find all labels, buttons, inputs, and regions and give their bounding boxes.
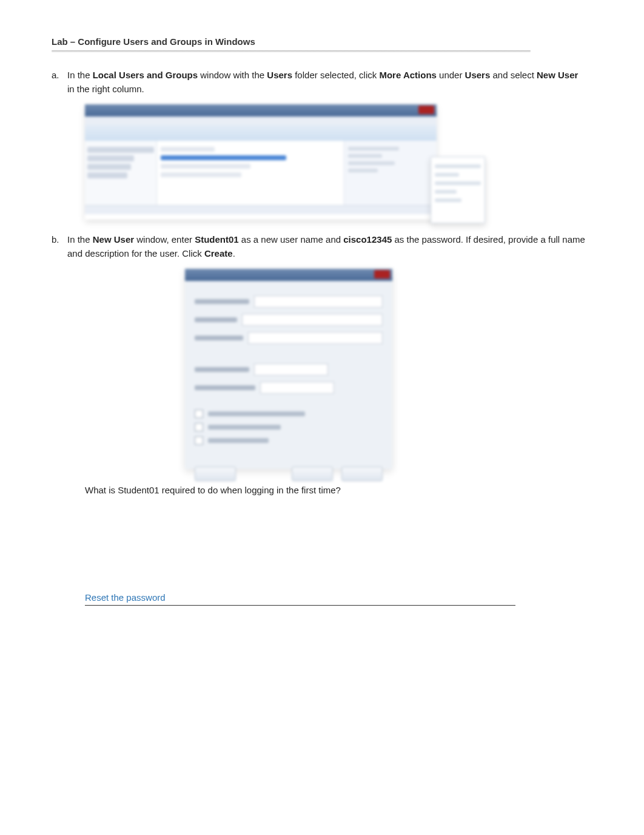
step-a: a. In the Local Users and Groups window … bbox=[52, 69, 586, 96]
title-divider bbox=[52, 50, 531, 52]
step-b-bold-2: Student01 bbox=[195, 234, 239, 245]
close-icon bbox=[418, 106, 434, 114]
step-a-bold-2: Users bbox=[267, 70, 292, 80]
answer-line bbox=[85, 605, 515, 606]
step-a-body: In the Local Users and Groups window wit… bbox=[67, 69, 586, 96]
step-a-bold-1: Local Users and Groups bbox=[93, 70, 198, 80]
screenshot-local-users-groups bbox=[85, 104, 437, 220]
close-icon bbox=[374, 270, 390, 279]
step-b-letter: b. bbox=[52, 233, 67, 260]
step-b-body: In the New User window, enter Student01 … bbox=[67, 233, 586, 260]
step-a-text-5: and select bbox=[490, 70, 537, 80]
step-a-text-2: window with the bbox=[198, 70, 267, 80]
screenshot-new-user-dialog bbox=[185, 269, 392, 469]
step-b-bold-1: New User bbox=[93, 234, 134, 245]
step-b-bold-3: cisco12345 bbox=[343, 234, 392, 245]
answer-text: Reset the password bbox=[52, 592, 586, 603]
step-a-letter: a. bbox=[52, 69, 67, 96]
step-b: b. In the New User window, enter Student… bbox=[52, 233, 586, 260]
create-button bbox=[292, 467, 333, 481]
step-a-bold-4: Users bbox=[465, 70, 491, 80]
step-a-text-6: in the right column. bbox=[67, 84, 144, 94]
step-b-text-3: as a new user name and bbox=[239, 234, 344, 245]
step-b-text-5: . bbox=[233, 248, 235, 259]
close-button bbox=[341, 467, 383, 481]
step-a-text-4: under bbox=[437, 70, 465, 80]
step-b-text-1: In the bbox=[67, 234, 93, 245]
step-a-text-1: In the bbox=[67, 70, 93, 80]
step-a-text-3: folder selected, click bbox=[292, 70, 379, 80]
step-b-bold-4: Create bbox=[204, 248, 233, 259]
step-b-text-2: window, enter bbox=[134, 234, 195, 245]
help-button bbox=[195, 467, 236, 481]
step-a-bold-5: New User bbox=[537, 70, 578, 80]
more-actions-menu bbox=[431, 157, 485, 223]
page-title: Lab – Configure Users and Groups in Wind… bbox=[52, 36, 586, 47]
step-a-bold-3: More Actions bbox=[379, 70, 436, 80]
